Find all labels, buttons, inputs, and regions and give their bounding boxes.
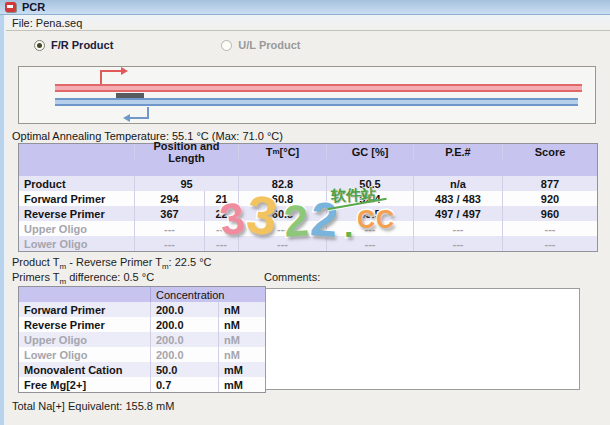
cell-pe: --- (414, 236, 503, 251)
conc-row-monovalent-cation[interactable]: Monovalent Cation 50.0 mM (19, 362, 265, 377)
product-type-radio-group: F/R Product U/L Product (34, 38, 300, 52)
window-title: PCR (22, 1, 45, 13)
row-label: Forward Primer (19, 302, 151, 317)
cell-length: --- (205, 236, 239, 251)
cell-unit: nM (219, 302, 265, 317)
cell-position: 367 (135, 206, 205, 221)
conc-row-free-mg[interactable]: Free Mg[2+] 0.7 mM (19, 377, 265, 392)
cell-value: 200.0 (151, 347, 219, 362)
table-row-reverse-primer[interactable]: Reverse Primer 367 22 60.3 45.5 497 / 49… (19, 206, 597, 221)
ul-product-label: U/L Product (238, 39, 300, 51)
row-label: Reverse Primer (19, 317, 151, 332)
conc-row-forward-primer[interactable]: Forward Primer 200.0 nM (19, 302, 265, 317)
reverse-primer-arrowhead-icon (123, 114, 130, 122)
cell-tm: 60.8 (239, 191, 327, 206)
table-row-product[interactable]: Product 95 82.8 50.5 n/a 877 (19, 176, 597, 191)
header-empty (19, 144, 135, 159)
comments-label: Comments: (264, 271, 320, 283)
bottom-strand (55, 98, 578, 106)
cell-score: 960 (503, 206, 597, 221)
cell-gc: --- (327, 236, 414, 251)
file-label: File: Pena.seq (6, 15, 610, 31)
cell-position: --- (135, 221, 205, 236)
ul-product-radio[interactable] (221, 40, 232, 51)
cell-tm: --- (239, 236, 327, 251)
cell-gc: 50.5 (327, 176, 414, 191)
header-pe: P.E.# (414, 144, 503, 159)
cell-position: 95 (135, 176, 239, 191)
row-label: Lower Oligo (19, 236, 135, 251)
window-left-border (0, 15, 5, 425)
fr-product-radio[interactable] (34, 40, 45, 51)
cell-value[interactable]: 200.0 (151, 317, 219, 332)
cell-gc: --- (327, 221, 414, 236)
primers-tm-diff-line: Primers Tm difference: 0.5 °C (12, 271, 154, 286)
cell-length: --- (205, 221, 239, 236)
row-label: Lower Oligo (19, 347, 151, 362)
header-score: Score (503, 144, 597, 159)
row-label: Reverse Primer (19, 206, 135, 221)
cell-position: --- (135, 236, 205, 251)
table-header-row: Position and Length Tm [°C] GC [%] P.E.#… (19, 144, 597, 176)
cell-value[interactable]: 50.0 (151, 362, 219, 377)
row-label: Free Mg[2+] (19, 377, 151, 392)
reverse-primer-arrow-arm (130, 117, 149, 119)
conc-row-lower-oligo[interactable]: Lower Oligo 200.0 nM (19, 347, 265, 362)
row-label: Upper Oligo (19, 221, 135, 236)
pcr-window: PCR File: Pena.seq F/R Product U/L Produ… (0, 0, 610, 425)
cell-unit: nM (219, 317, 265, 332)
title-bar[interactable]: PCR (0, 0, 610, 15)
cell-tm: 82.8 (239, 176, 327, 191)
row-label: Forward Primer (19, 191, 135, 206)
cell-pe: 483 / 483 (414, 191, 503, 206)
fr-product-label[interactable]: F/R Product (51, 39, 113, 51)
cell-value[interactable]: 0.7 (151, 377, 219, 392)
concentration-header-row: Concentration (19, 287, 265, 302)
row-label: Monovalent Cation (19, 362, 151, 377)
cell-score: --- (503, 221, 597, 236)
primer-results-table: Position and Length Tm [°C] GC [%] P.E.#… (18, 143, 598, 252)
cell-pe: 497 / 497 (414, 206, 503, 221)
forward-primer-arrow-arm (100, 70, 121, 72)
cell-position: 294 (135, 191, 205, 206)
cell-unit: nM (219, 347, 265, 362)
conc-row-reverse-primer[interactable]: Reverse Primer 200.0 nM (19, 317, 265, 332)
product-tm-line: Product Tm - Reverse Primer Tm: 22.5 °C (12, 256, 212, 271)
header-empty (19, 287, 151, 302)
cell-gc: 45.5 (327, 206, 414, 221)
table-row-upper-oligo[interactable]: Upper Oligo --- --- --- --- --- --- (19, 221, 597, 236)
header-tm: Tm [°C] (239, 144, 327, 159)
concentration-table: Concentration Forward Primer 200.0 nM Re… (18, 286, 266, 393)
pcr-app-icon (5, 2, 16, 12)
cell-unit: nM (219, 332, 265, 347)
cell-score: 877 (503, 176, 597, 191)
conc-row-upper-oligo[interactable]: Upper Oligo 200.0 nM (19, 332, 265, 347)
cell-score: --- (503, 236, 597, 251)
total-na-equivalent-line: Total Na[+] Equivalent: 155.8 mM (12, 400, 174, 412)
cell-unit: mM (219, 377, 265, 392)
table-row-forward-primer[interactable]: Forward Primer 294 21 60.8 52.4 483 / 48… (19, 191, 597, 206)
file-name-text: File: Pena.seq (12, 17, 82, 29)
header-position-length: Position and Length (135, 144, 239, 159)
cell-tm: --- (239, 221, 327, 236)
header-gc: GC [%] (327, 144, 414, 159)
top-strand (55, 84, 582, 92)
row-label: Product (19, 176, 135, 191)
comments-input[interactable] (265, 288, 580, 390)
cell-tm: 60.3 (239, 206, 327, 221)
header-concentration: Concentration (151, 287, 265, 302)
cell-pe: --- (414, 221, 503, 236)
table-row-lower-oligo[interactable]: Lower Oligo --- --- --- --- --- --- (19, 236, 597, 251)
cell-length: 22 (205, 206, 239, 221)
cell-score: 920 (503, 191, 597, 206)
pcr-product-diagram (18, 66, 596, 124)
cell-gc: 52.4 (327, 191, 414, 206)
cell-length: 21 (205, 191, 239, 206)
cell-value: 200.0 (151, 332, 219, 347)
cell-value[interactable]: 200.0 (151, 302, 219, 317)
forward-primer-arrowhead-icon (121, 67, 128, 75)
cell-unit: mM (219, 362, 265, 377)
row-label: Upper Oligo (19, 332, 151, 347)
cell-pe: n/a (414, 176, 503, 191)
